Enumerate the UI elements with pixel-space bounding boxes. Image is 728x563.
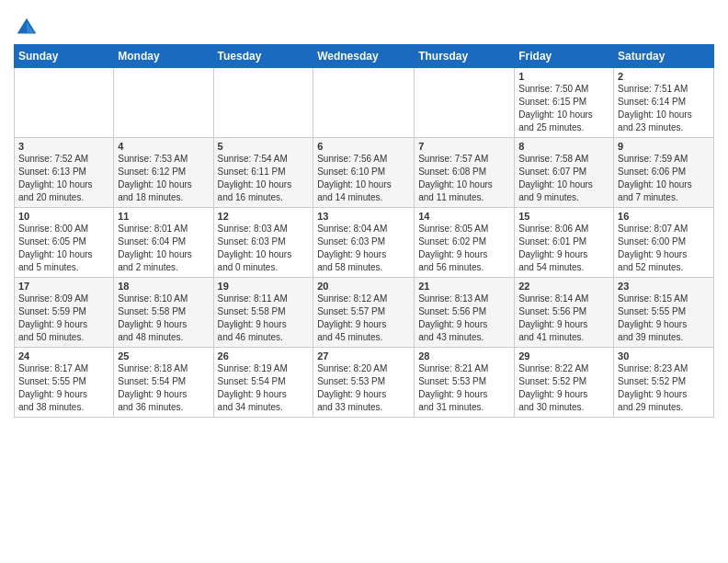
calendar-week-row: 24Sunrise: 8:17 AM Sunset: 5:55 PM Dayli… <box>15 348 714 418</box>
day-number: 29 <box>518 350 609 362</box>
day-info: Sunrise: 7:59 AM Sunset: 6:06 PM Dayligh… <box>618 153 710 204</box>
weekday-header: Saturday <box>614 45 714 68</box>
day-number: 15 <box>518 211 609 222</box>
calendar-week-row: 3Sunrise: 7:52 AM Sunset: 6:13 PM Daylig… <box>15 138 714 208</box>
calendar-day-cell: 27Sunrise: 8:20 AM Sunset: 5:53 PM Dayli… <box>313 348 415 418</box>
day-number: 25 <box>118 350 209 362</box>
day-info: Sunrise: 7:53 AM Sunset: 6:12 PM Dayligh… <box>118 153 209 204</box>
day-info: Sunrise: 8:10 AM Sunset: 5:58 PM Dayligh… <box>118 293 209 344</box>
day-number: 18 <box>118 281 209 292</box>
day-number: 19 <box>218 281 310 292</box>
calendar-day-cell: 7Sunrise: 7:57 AM Sunset: 6:08 PM Daylig… <box>415 138 515 208</box>
day-number: 1 <box>518 71 609 82</box>
calendar-day-cell: 12Sunrise: 8:03 AM Sunset: 6:03 PM Dayli… <box>213 208 313 278</box>
day-info: Sunrise: 7:50 AM Sunset: 6:15 PM Dayligh… <box>518 83 609 134</box>
day-info: Sunrise: 8:20 AM Sunset: 5:53 PM Dayligh… <box>317 362 410 414</box>
day-info: Sunrise: 8:03 AM Sunset: 6:03 PM Dayligh… <box>218 223 310 274</box>
weekday-header: Thursday <box>415 45 515 68</box>
day-info: Sunrise: 8:17 AM Sunset: 5:55 PM Dayligh… <box>18 362 109 414</box>
calendar-day-cell: 26Sunrise: 8:19 AM Sunset: 5:54 PM Dayli… <box>213 348 313 418</box>
calendar-header-row: SundayMondayTuesdayWednesdayThursdayFrid… <box>15 45 714 68</box>
calendar-week-row: 10Sunrise: 8:00 AM Sunset: 6:05 PM Dayli… <box>15 208 714 278</box>
calendar-day-cell: 14Sunrise: 8:05 AM Sunset: 6:02 PM Dayli… <box>415 208 515 278</box>
day-number: 24 <box>18 350 109 362</box>
calendar-day-cell: 13Sunrise: 8:04 AM Sunset: 6:03 PM Dayli… <box>313 208 415 278</box>
day-info: Sunrise: 7:57 AM Sunset: 6:08 PM Dayligh… <box>418 153 510 204</box>
calendar-day-cell: 1Sunrise: 7:50 AM Sunset: 6:15 PM Daylig… <box>515 68 614 138</box>
calendar-day-cell: 8Sunrise: 7:58 AM Sunset: 6:07 PM Daylig… <box>515 138 614 208</box>
day-number: 14 <box>418 211 510 222</box>
calendar-day-cell: 29Sunrise: 8:22 AM Sunset: 5:52 PM Dayli… <box>515 348 614 418</box>
day-info: Sunrise: 7:52 AM Sunset: 6:13 PM Dayligh… <box>18 153 109 204</box>
day-number: 9 <box>618 141 710 152</box>
day-info: Sunrise: 8:09 AM Sunset: 5:59 PM Dayligh… <box>18 293 109 344</box>
day-number: 10 <box>18 211 109 222</box>
calendar-day-cell: 6Sunrise: 7:56 AM Sunset: 6:10 PM Daylig… <box>313 138 415 208</box>
calendar-day-cell: 18Sunrise: 8:10 AM Sunset: 5:58 PM Dayli… <box>114 278 213 348</box>
day-info: Sunrise: 8:04 AM Sunset: 6:03 PM Dayligh… <box>317 223 410 274</box>
day-info: Sunrise: 8:01 AM Sunset: 6:04 PM Dayligh… <box>118 223 209 274</box>
day-number: 5 <box>218 141 310 152</box>
day-number: 22 <box>518 281 609 292</box>
day-number: 3 <box>18 141 109 152</box>
day-number: 2 <box>618 71 710 82</box>
calendar-day-cell: 22Sunrise: 8:14 AM Sunset: 5:56 PM Dayli… <box>515 278 614 348</box>
calendar-week-row: 17Sunrise: 8:09 AM Sunset: 5:59 PM Dayli… <box>15 278 714 348</box>
calendar-day-cell: 28Sunrise: 8:21 AM Sunset: 5:53 PM Dayli… <box>415 348 515 418</box>
day-info: Sunrise: 8:00 AM Sunset: 6:05 PM Dayligh… <box>18 223 109 274</box>
day-number: 16 <box>618 211 710 222</box>
calendar-day-cell: 30Sunrise: 8:23 AM Sunset: 5:52 PM Dayli… <box>614 348 714 418</box>
calendar-day-cell: 3Sunrise: 7:52 AM Sunset: 6:13 PM Daylig… <box>15 138 114 208</box>
day-number: 7 <box>418 141 510 152</box>
day-info: Sunrise: 8:22 AM Sunset: 5:52 PM Dayligh… <box>518 362 609 414</box>
day-info: Sunrise: 7:51 AM Sunset: 6:14 PM Dayligh… <box>618 83 710 134</box>
calendar-day-cell <box>213 68 313 138</box>
day-info: Sunrise: 8:18 AM Sunset: 5:54 PM Dayligh… <box>118 362 209 414</box>
page-header <box>14 9 714 40</box>
day-number: 26 <box>218 350 310 362</box>
day-info: Sunrise: 8:06 AM Sunset: 6:01 PM Dayligh… <box>518 223 609 274</box>
day-number: 23 <box>618 281 710 292</box>
calendar-day-cell: 2Sunrise: 7:51 AM Sunset: 6:14 PM Daylig… <box>614 68 714 138</box>
calendar-day-cell: 15Sunrise: 8:06 AM Sunset: 6:01 PM Dayli… <box>515 208 614 278</box>
calendar-day-cell: 24Sunrise: 8:17 AM Sunset: 5:55 PM Dayli… <box>15 348 114 418</box>
calendar-day-cell: 5Sunrise: 7:54 AM Sunset: 6:11 PM Daylig… <box>213 138 313 208</box>
day-info: Sunrise: 8:11 AM Sunset: 5:58 PM Dayligh… <box>218 293 310 344</box>
day-info: Sunrise: 8:12 AM Sunset: 5:57 PM Dayligh… <box>317 293 410 344</box>
day-number: 20 <box>317 281 410 292</box>
day-number: 4 <box>118 141 209 152</box>
day-number: 27 <box>317 350 410 362</box>
day-info: Sunrise: 8:13 AM Sunset: 5:56 PM Dayligh… <box>418 293 510 344</box>
calendar-day-cell: 23Sunrise: 8:15 AM Sunset: 5:55 PM Dayli… <box>614 278 714 348</box>
calendar-week-row: 1Sunrise: 7:50 AM Sunset: 6:15 PM Daylig… <box>15 68 714 138</box>
logo <box>14 15 43 40</box>
day-number: 11 <box>118 211 209 222</box>
calendar-day-cell: 10Sunrise: 8:00 AM Sunset: 6:05 PM Dayli… <box>15 208 114 278</box>
calendar-day-cell <box>313 68 415 138</box>
logo-icon <box>14 15 40 40</box>
day-number: 17 <box>18 281 109 292</box>
calendar-day-cell <box>415 68 515 138</box>
calendar-day-cell: 9Sunrise: 7:59 AM Sunset: 6:06 PM Daylig… <box>614 138 714 208</box>
day-info: Sunrise: 7:56 AM Sunset: 6:10 PM Dayligh… <box>317 153 410 204</box>
day-number: 12 <box>218 211 310 222</box>
calendar-day-cell <box>114 68 213 138</box>
calendar-day-cell <box>15 68 114 138</box>
day-info: Sunrise: 8:23 AM Sunset: 5:52 PM Dayligh… <box>618 362 710 414</box>
day-info: Sunrise: 8:14 AM Sunset: 5:56 PM Dayligh… <box>518 293 609 344</box>
weekday-header: Monday <box>114 45 213 68</box>
day-info: Sunrise: 7:58 AM Sunset: 6:07 PM Dayligh… <box>518 153 609 204</box>
day-number: 21 <box>418 281 510 292</box>
calendar-day-cell: 11Sunrise: 8:01 AM Sunset: 6:04 PM Dayli… <box>114 208 213 278</box>
day-number: 28 <box>418 350 510 362</box>
day-number: 8 <box>518 141 609 152</box>
day-info: Sunrise: 8:07 AM Sunset: 6:00 PM Dayligh… <box>618 223 710 274</box>
day-info: Sunrise: 7:54 AM Sunset: 6:11 PM Dayligh… <box>218 153 310 204</box>
calendar-day-cell: 20Sunrise: 8:12 AM Sunset: 5:57 PM Dayli… <box>313 278 415 348</box>
day-number: 30 <box>618 350 710 362</box>
calendar-day-cell: 25Sunrise: 8:18 AM Sunset: 5:54 PM Dayli… <box>114 348 213 418</box>
weekday-header: Tuesday <box>213 45 313 68</box>
weekday-header: Friday <box>515 45 614 68</box>
calendar-day-cell: 19Sunrise: 8:11 AM Sunset: 5:58 PM Dayli… <box>213 278 313 348</box>
day-info: Sunrise: 8:05 AM Sunset: 6:02 PM Dayligh… <box>418 223 510 274</box>
